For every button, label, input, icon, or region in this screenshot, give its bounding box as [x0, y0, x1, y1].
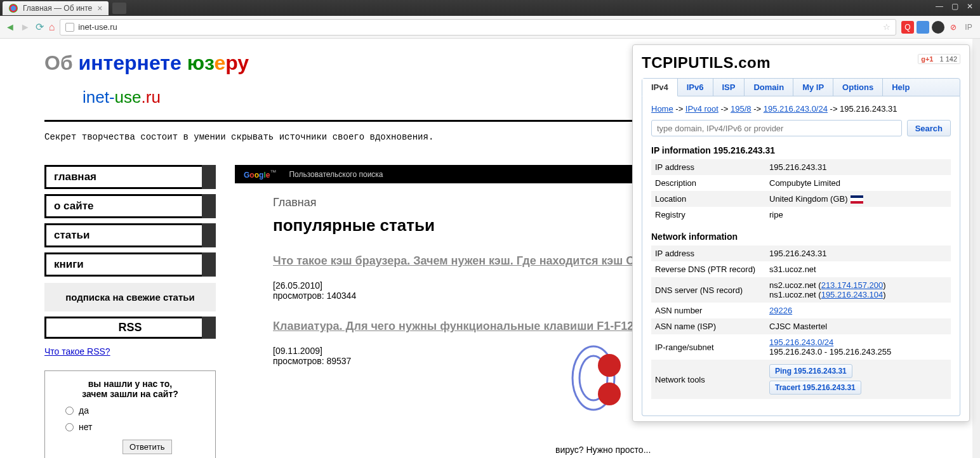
- browser-tab-bar: Главная — Об инте × — ▢ ✕: [0, 0, 980, 16]
- browser-tab[interactable]: Главная — Об инте ×: [3, 1, 109, 15]
- poll-option-yes[interactable]: да: [65, 405, 208, 415]
- extension-icons: Q ⊘ IP: [901, 21, 975, 34]
- crumb-current: 195.216.243.31: [840, 104, 897, 114]
- article-date: [26.05.2010]: [273, 280, 356, 291]
- popup-breadcrumb: Home -> IPv4 root -> 195/8 -> 195.216.24…: [651, 104, 951, 114]
- minimize-button[interactable]: —: [932, 0, 947, 13]
- crumb-subnet[interactable]: 195.216.243.0/24: [764, 104, 828, 114]
- url-bar[interactable]: inet-use.ru ☆: [60, 19, 896, 36]
- subnet-link[interactable]: 195.216.243.0/24: [769, 337, 833, 347]
- tracert-button[interactable]: Tracert 195.216.243.31: [769, 381, 861, 395]
- page-icon: [65, 23, 74, 32]
- forward-button[interactable]: ►: [20, 22, 30, 33]
- nav-articles[interactable]: статьи: [44, 223, 216, 247]
- extension-icon-2[interactable]: [917, 21, 929, 34]
- decorative-circles: [571, 343, 622, 413]
- asn-link[interactable]: 29226: [769, 306, 792, 315]
- fresh-article-text: вирус? Нужно просто... [06 02 2015] [о п…: [555, 445, 873, 458]
- poll-radio-no[interactable]: [65, 423, 74, 431]
- network-info-title: Network information: [651, 232, 951, 242]
- nav-about[interactable]: о сайте: [44, 194, 216, 218]
- extension-icon-4[interactable]: ⊘: [947, 21, 960, 34]
- tab-isp[interactable]: ISP: [713, 79, 745, 96]
- crumb-195-8[interactable]: 195/8: [731, 104, 752, 114]
- crumb-home[interactable]: Home: [651, 104, 673, 114]
- article-date: [09.11.2009]: [273, 346, 351, 356]
- poll-submit-button[interactable]: Ответить: [122, 440, 172, 454]
- dns-ip-link[interactable]: 195.216.243.104: [821, 290, 884, 299]
- home-button[interactable]: ⌂: [49, 22, 55, 33]
- poll-radio-yes[interactable]: [65, 407, 74, 415]
- extension-icon-1[interactable]: Q: [901, 21, 914, 34]
- ip-info-table: IP address195.216.243.31 DescriptionComp…: [651, 159, 951, 223]
- poll-option-no[interactable]: нет: [65, 422, 208, 432]
- extension-icon-5[interactable]: IP: [962, 21, 975, 34]
- tab-domain[interactable]: Domain: [745, 79, 793, 96]
- tab-help[interactable]: Help: [883, 79, 918, 96]
- nav-books[interactable]: книги: [44, 252, 216, 277]
- ip-info-title: IP information 195.216.243.31: [651, 145, 951, 155]
- rss-button[interactable]: RSS: [44, 317, 216, 339]
- article-views: просмотров: 140344: [273, 291, 356, 301]
- article-link[interactable]: Клавиатура. Для чего нужны функциональны…: [273, 320, 637, 332]
- back-button[interactable]: ◄: [5, 22, 15, 33]
- tab-myip[interactable]: My IP: [793, 79, 833, 96]
- network-info-table: IP address195.216.243.31 Reverse DNS (PT…: [651, 245, 951, 399]
- svg-point-2: [598, 354, 621, 377]
- maximize-button[interactable]: ▢: [947, 0, 962, 13]
- tab-title: Главная — Об инте: [23, 4, 92, 13]
- google-plus-badge[interactable]: g+11 142: [918, 54, 960, 64]
- dns-ip-link[interactable]: 213.174.157.200: [821, 280, 884, 290]
- svg-point-3: [598, 383, 621, 405]
- browser-toolbar: ◄ ► ⟳ ⌂ inet-use.ru ☆ Q ⊘ IP: [0, 16, 980, 39]
- tab-close-icon[interactable]: ×: [97, 3, 102, 13]
- tab-ipv6[interactable]: IPv6: [678, 79, 713, 96]
- rss-what-link[interactable]: Что такое RSS?: [44, 346, 216, 357]
- tab-ipv4[interactable]: IPv4: [642, 79, 678, 96]
- google-search-label: Пользовательского поиска: [289, 170, 383, 179]
- tab-options[interactable]: Options: [833, 79, 883, 96]
- reload-button[interactable]: ⟳: [36, 21, 44, 33]
- google-logo: Google™: [244, 169, 276, 180]
- popup-body: Home -> IPv4 root -> 195/8 -> 195.216.24…: [642, 96, 960, 416]
- url-text: inet-use.ru: [78, 22, 117, 32]
- popup-search-input[interactable]: [651, 120, 902, 136]
- nav-main[interactable]: главная: [44, 165, 216, 189]
- crumb-ipv4root[interactable]: IPv4 root: [685, 104, 718, 114]
- subscribe-heading: подписка на свежие статьи: [44, 283, 216, 311]
- tab-favicon: [9, 4, 18, 13]
- poll-box: вы нашли у нас то, зачем зашли на сайт? …: [44, 370, 216, 458]
- popup-logo: TCPIPUTILS.com: [642, 54, 960, 72]
- extension-icon-3[interactable]: [932, 21, 944, 34]
- sidebar: главная о сайте статьи книги подписка на…: [44, 165, 216, 458]
- tcpiputils-popup: TCPIPUTILS.com g+11 142 IPv4 IPv6 ISP Do…: [632, 44, 970, 422]
- bookmark-star-icon[interactable]: ☆: [883, 22, 891, 32]
- popup-search-button[interactable]: Search: [907, 120, 951, 136]
- window-controls: — ▢ ✕: [932, 0, 977, 13]
- article-views: просмотров: 89537: [273, 356, 351, 366]
- ping-button[interactable]: Ping 195.216.243.31: [769, 364, 852, 378]
- close-button[interactable]: ✕: [962, 0, 977, 13]
- page-scrollbar[interactable]: [972, 39, 980, 458]
- new-tab-button[interactable]: [112, 3, 126, 14]
- popup-tabs: IPv4 IPv6 ISP Domain My IP Options Help: [642, 78, 960, 96]
- poll-title-line1: вы нашли у нас то,: [53, 379, 208, 389]
- flag-icon: [851, 195, 863, 204]
- poll-title-line2: зачем зашли на сайт?: [53, 389, 208, 399]
